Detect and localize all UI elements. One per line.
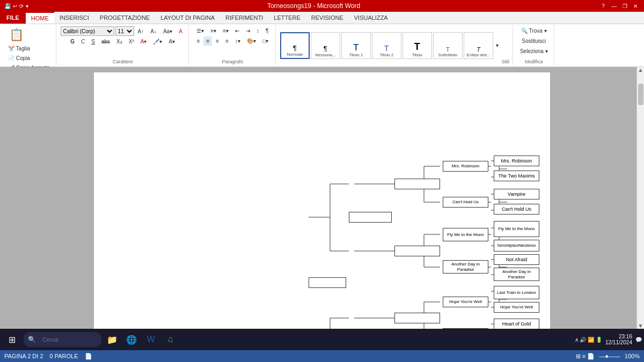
spotify-icon[interactable]: ♫ xyxy=(162,331,179,348)
indent-button[interactable]: ⇥ xyxy=(243,26,253,35)
vertical-scrollbar[interactable]: ▲ ▼ xyxy=(636,67,644,329)
font-size-select[interactable]: 11 xyxy=(115,26,134,36)
taglia-button[interactable]: ✂️ Taglia xyxy=(5,44,33,53)
tab-riferimenti[interactable]: RIFERIMENTI xyxy=(220,12,268,24)
taskbar-right: ∧ 🔊 📶 🔋 23:16 12/11/2024 💬 xyxy=(575,334,642,345)
style-sottotitolo[interactable]: T Sottotitolo xyxy=(433,32,463,59)
underline-button[interactable]: S xyxy=(89,37,98,46)
align-right-button[interactable]: ≡ xyxy=(213,36,222,46)
notification-icon[interactable]: 💬 xyxy=(635,337,642,343)
search-bar[interactable]: 🔍 xyxy=(24,332,101,347)
time: 23:16 xyxy=(605,334,632,339)
change-case-button[interactable]: Aa▾ xyxy=(160,27,175,36)
close-button[interactable]: ✕ xyxy=(631,2,640,10)
align-left-button[interactable]: ≡ xyxy=(194,36,203,46)
help-button[interactable]: ? xyxy=(599,2,608,10)
r4-box-3: Vampire xyxy=(494,189,539,200)
style-enfasi[interactable]: T Enfasi deli... xyxy=(464,32,494,59)
restore-button[interactable]: ❐ xyxy=(620,2,629,10)
bold-button[interactable]: G xyxy=(68,37,77,46)
scroll-thumb[interactable] xyxy=(638,84,643,105)
font-shrink-button[interactable]: A↓ xyxy=(148,27,159,36)
font-grow-button[interactable]: A↑ xyxy=(135,27,147,36)
carattere-label: Carattere xyxy=(113,58,133,64)
tab-layout[interactable]: LAYOUT DI PAGINA xyxy=(155,12,220,24)
r3-box-3: Fly Me to the Moon xyxy=(443,228,488,241)
page-info: PAGINA 2 DI 2 xyxy=(4,353,43,359)
r4-box-9: Last Train to London xyxy=(494,286,539,299)
style-normale[interactable]: ¶ Normale xyxy=(280,32,310,59)
multilevel-button[interactable]: ≡▾ xyxy=(220,26,231,35)
shading-button[interactable]: 🎨▾ xyxy=(244,36,259,46)
style-titolo1[interactable]: T Titolo 1 xyxy=(341,32,371,59)
bullets-button[interactable]: ☰▾ xyxy=(194,26,207,35)
chrome-icon[interactable]: 🌐 xyxy=(123,331,140,348)
borders-button[interactable]: □▾ xyxy=(260,36,271,46)
style-titolo2[interactable]: T Titolo 2 xyxy=(372,32,401,59)
strikethrough-button[interactable]: abc xyxy=(99,37,113,46)
paragrafo-label: Paragrafo xyxy=(222,58,244,64)
r1-box-1 xyxy=(349,212,392,223)
superscript-button[interactable]: X² xyxy=(126,37,137,46)
justify-button[interactable]: ≡ xyxy=(223,36,231,46)
clear-format-button[interactable]: A xyxy=(176,27,185,36)
scroll-up-arrow[interactable]: ▲ xyxy=(638,67,643,73)
title-bar: 💾 ↩ ⟳ ▾ Torneosongs19 - Microsoft Word ?… xyxy=(0,0,644,12)
r3-box-4: Another Day in Paradise xyxy=(443,260,488,274)
search-icon: 🔍 xyxy=(28,336,36,343)
show-marks-button[interactable]: ¶ xyxy=(263,26,271,35)
r4-box-1: Mrs. Robinson xyxy=(494,156,539,166)
r4-box-8: Another Day in Paradise xyxy=(494,268,539,281)
system-tray: ∧ 🔊 📶 🔋 xyxy=(575,337,602,343)
font-family-select[interactable]: Calibri (Corp) xyxy=(61,26,114,36)
tab-lettere[interactable]: LETTERE xyxy=(268,12,306,24)
file-explorer-icon[interactable]: 📁 xyxy=(104,331,121,348)
stili-label: Stili xyxy=(501,58,509,64)
modifica-label: Modifica xyxy=(525,58,543,64)
align-center-button[interactable]: ≡ xyxy=(203,36,212,46)
trova-button[interactable]: 🔍 Trova ▾ xyxy=(518,26,550,35)
view-icons: ⊞ ≡ 📄 xyxy=(576,353,595,360)
bracket-container: Mrs. Robinson The Two Maxims Vampire Can… xyxy=(107,83,537,329)
seleziona-button[interactable]: Seleziona ▾ xyxy=(517,47,551,56)
language-icon: 📄 xyxy=(85,353,92,360)
text-color-button[interactable]: A▾ xyxy=(138,37,150,46)
minimize-button[interactable]: — xyxy=(610,2,618,10)
outdent-button[interactable]: ⇤ xyxy=(232,26,242,35)
tab-inserisci[interactable]: INSERISCI xyxy=(54,12,94,24)
word-count: 0 PAROLE xyxy=(50,353,78,359)
document-area: Mrs. Robinson The Two Maxims Vampire Can… xyxy=(0,67,644,329)
italic-button[interactable]: C xyxy=(78,37,87,46)
ribbon-group-appunti: 📋 ✂️ Taglia 📄 Copia 🖌️ Copia formato App… xyxy=(2,25,56,65)
r2-box-2 xyxy=(394,246,440,256)
start-button[interactable]: ⊞ xyxy=(2,330,21,349)
tab-file[interactable]: FILE xyxy=(0,12,26,24)
search-input[interactable] xyxy=(38,332,97,347)
tab-revisione[interactable]: REVISIONE xyxy=(306,12,349,24)
r4-box-11: Heart of Gold xyxy=(494,319,539,329)
ribbon-group-carattere: Calibri (Corp) 11 A↑ A↓ Aa▾ A G C S abc … xyxy=(57,25,189,65)
style-titolo[interactable]: T Titolo xyxy=(402,32,432,59)
highlight-button[interactable]: 🖌️▾ xyxy=(150,37,165,46)
r2-box-3 xyxy=(394,313,440,323)
sort-button[interactable]: ↕ xyxy=(254,26,262,35)
word-icon[interactable]: W xyxy=(142,331,159,348)
line-spacing-button[interactable]: ↕▾ xyxy=(232,36,243,46)
tab-progettazione[interactable]: PROGETTAZIONE xyxy=(94,12,155,24)
date: 12/11/2024 xyxy=(605,339,632,345)
tab-home[interactable]: HOME xyxy=(26,12,54,24)
r4-box-2: The Two Maxims xyxy=(494,171,539,181)
sostituisci-button[interactable]: Sostituisci xyxy=(519,36,548,46)
scroll-down-arrow[interactable]: ▼ xyxy=(638,323,643,329)
font-color-button[interactable]: A▾ xyxy=(166,37,178,46)
styles-more-button[interactable]: ▾ xyxy=(493,41,501,50)
style-nessuna[interactable]: ¶ Nessuna... xyxy=(311,32,340,59)
tab-visualizza[interactable]: VISUALIZZA xyxy=(349,12,393,24)
r4-box-6: Senontipiacefalostesso xyxy=(494,240,539,252)
numbering-button[interactable]: ≡▾ xyxy=(208,26,219,35)
r3-box-2: Can't Hold Us xyxy=(443,197,488,208)
copia-button[interactable]: 📄 Copia xyxy=(5,54,33,63)
subscript-button[interactable]: X₂ xyxy=(114,37,125,46)
zoom-slider[interactable]: —●—— xyxy=(599,353,620,359)
incolla-button[interactable]: 📋 xyxy=(5,26,27,43)
